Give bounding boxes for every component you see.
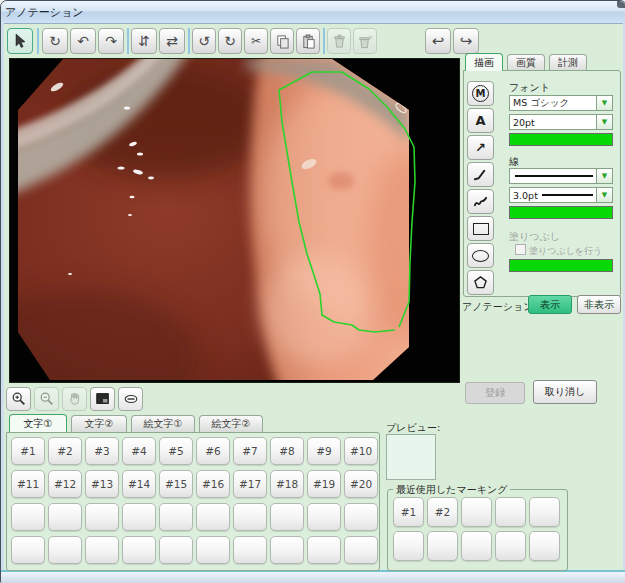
- marking-button-empty[interactable]: [122, 536, 156, 564]
- chevron-down-icon[interactable]: ▼: [596, 168, 613, 184]
- marking-button-empty[interactable]: [233, 503, 267, 531]
- marking-button[interactable]: #11: [11, 470, 45, 498]
- marking-button-empty[interactable]: [270, 536, 304, 564]
- delete-all-button[interactable]: [353, 28, 377, 54]
- marking-button[interactable]: #2: [427, 497, 458, 527]
- font-color-swatch[interactable]: [509, 133, 613, 146]
- tab-image-quality[interactable]: 画質: [507, 54, 545, 71]
- ellipse-tool-button[interactable]: [467, 243, 494, 268]
- marking-button-empty[interactable]: [427, 531, 458, 561]
- marking-button[interactable]: #14: [122, 470, 156, 498]
- flip-vertical-button[interactable]: ⇵: [131, 28, 157, 54]
- marking-button[interactable]: #3: [85, 437, 119, 465]
- tab-drawing[interactable]: 描画: [465, 53, 503, 71]
- marking-button[interactable]: #5: [159, 437, 193, 465]
- marking-button[interactable]: #16: [196, 470, 230, 498]
- marking-button[interactable]: #19: [307, 470, 341, 498]
- marking-button[interactable]: #2: [48, 437, 82, 465]
- marking-button[interactable]: #18: [270, 470, 304, 498]
- marking-button[interactable]: #17: [233, 470, 267, 498]
- marking-button[interactable]: #4: [122, 437, 156, 465]
- marking-button-empty[interactable]: [344, 503, 378, 531]
- marking-button-empty[interactable]: [11, 536, 45, 564]
- marking-button-empty[interactable]: [529, 531, 560, 561]
- marking-button-empty[interactable]: [393, 531, 424, 561]
- delete-button[interactable]: [327, 28, 351, 54]
- cancel-button[interactable]: 取り消し: [533, 380, 597, 404]
- marking-button[interactable]: #10: [344, 437, 378, 465]
- tab-measurement[interactable]: 計測: [549, 54, 587, 71]
- freehand-tool-button[interactable]: [467, 189, 494, 214]
- fill-color-swatch[interactable]: [509, 259, 613, 272]
- marking-button-empty[interactable]: [461, 531, 492, 561]
- marking-button[interactable]: #15: [159, 470, 193, 498]
- marking-button-empty[interactable]: [307, 503, 341, 531]
- font-family-select[interactable]: MS ゴシック ▼: [509, 95, 613, 111]
- marking-button-empty[interactable]: [196, 503, 230, 531]
- chevron-down-icon[interactable]: ▼: [596, 187, 613, 203]
- select-tool-button[interactable]: [7, 28, 33, 54]
- marking-button-empty[interactable]: [85, 503, 119, 531]
- undo-button[interactable]: ↩: [425, 28, 451, 54]
- marking-button[interactable]: #20: [344, 470, 378, 498]
- rotate-object-right-button[interactable]: ↻: [218, 28, 242, 54]
- marking-button-empty[interactable]: [159, 503, 193, 531]
- arrow-tool-button[interactable]: ↗: [467, 135, 494, 160]
- tab-text-1[interactable]: 文字①: [9, 414, 67, 432]
- marking-button-empty[interactable]: [11, 503, 45, 531]
- marking-button-empty[interactable]: [233, 536, 267, 564]
- tab-pictogram-2[interactable]: 絵文字②: [199, 415, 263, 432]
- marker-tool-button[interactable]: M: [467, 81, 494, 106]
- zoom-out-button[interactable]: [34, 387, 59, 411]
- title-bar[interactable]: アノテーション: [1, 1, 625, 24]
- marking-button-empty[interactable]: [307, 536, 341, 564]
- cut-button[interactable]: ✂: [244, 28, 268, 54]
- image-canvas[interactable]: [9, 58, 460, 383]
- chevron-down-icon[interactable]: ▼: [596, 95, 613, 111]
- tab-text-2[interactable]: 文字②: [71, 415, 127, 432]
- rectangle-tool-button[interactable]: [467, 216, 494, 241]
- marking-button-empty[interactable]: [48, 503, 82, 531]
- copy-button[interactable]: [270, 28, 294, 54]
- marking-button[interactable]: #12: [48, 470, 82, 498]
- rotate-object-left-button[interactable]: ↺: [192, 28, 216, 54]
- marking-button-empty[interactable]: [196, 536, 230, 564]
- polygon-tool-button[interactable]: [467, 270, 494, 295]
- marking-button[interactable]: #8: [270, 437, 304, 465]
- zoom-in-button[interactable]: [6, 387, 31, 411]
- marking-button[interactable]: #13: [85, 470, 119, 498]
- register-button[interactable]: 登録: [465, 382, 525, 404]
- font-size-select[interactable]: 20pt ▼: [509, 114, 613, 130]
- marking-button[interactable]: #1: [393, 497, 424, 527]
- marking-button-empty[interactable]: [495, 531, 526, 561]
- link-button[interactable]: [118, 387, 143, 411]
- thumbnail-button[interactable]: [90, 387, 115, 411]
- hide-button[interactable]: 非表示: [577, 295, 621, 314]
- marking-button-empty[interactable]: [461, 497, 492, 527]
- marking-button-empty[interactable]: [85, 536, 119, 564]
- marking-button[interactable]: #7: [233, 437, 267, 465]
- flip-horizontal-button[interactable]: ⇄: [159, 28, 185, 54]
- marking-button[interactable]: #6: [196, 437, 230, 465]
- marking-button-empty[interactable]: [48, 536, 82, 564]
- marking-button-empty[interactable]: [122, 503, 156, 531]
- line-color-swatch[interactable]: [509, 206, 613, 219]
- marking-button-empty[interactable]: [159, 536, 193, 564]
- rotate-left-button[interactable]: ↶: [70, 28, 96, 54]
- fill-checkbox[interactable]: [515, 244, 526, 255]
- rotate-right-button[interactable]: ↷: [98, 28, 124, 54]
- marking-button-empty[interactable]: [270, 503, 304, 531]
- polyline-tool-button[interactable]: [467, 162, 494, 187]
- line-width-select[interactable]: 3.0pt ▼: [509, 187, 613, 203]
- marking-button-empty[interactable]: [529, 497, 560, 527]
- window-corner-button[interactable]: [617, 1, 625, 8]
- rotate-button[interactable]: ↻: [42, 28, 68, 54]
- pan-button[interactable]: [62, 387, 87, 411]
- marking-button[interactable]: #1: [11, 437, 45, 465]
- paste-button[interactable]: [296, 28, 320, 54]
- show-button[interactable]: 表示: [528, 295, 572, 314]
- marking-button-empty[interactable]: [344, 536, 378, 564]
- marking-button-empty[interactable]: [495, 497, 526, 527]
- tab-pictogram-1[interactable]: 絵文字①: [131, 415, 195, 432]
- marking-button[interactable]: #9: [307, 437, 341, 465]
